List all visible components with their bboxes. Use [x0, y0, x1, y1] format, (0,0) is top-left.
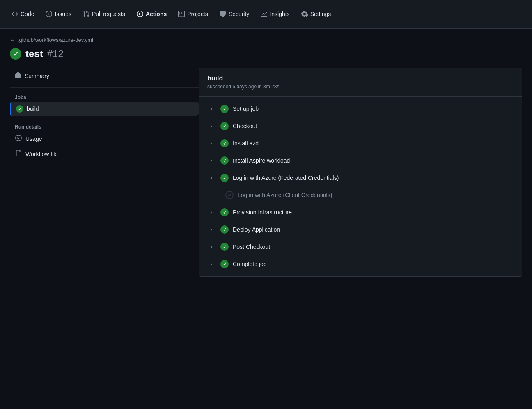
nav-label-settings: Settings: [310, 11, 331, 17]
step-name: Checkout: [233, 123, 257, 129]
insights-icon: [261, 11, 267, 17]
file-icon: [15, 150, 22, 158]
nav-item-settings[interactable]: Settings: [296, 0, 336, 28]
step-circle-icon: [225, 191, 234, 199]
chevron-icon: ›: [211, 227, 216, 232]
build-header: build succeeded 5 days ago in 3m 28s: [199, 68, 522, 97]
step-success-icon: [220, 122, 229, 130]
workflow-file-label: Workflow file: [25, 151, 58, 157]
back-arrow-icon: ←: [10, 37, 15, 43]
step-item-install-azd[interactable]: › Install azd: [202, 135, 518, 152]
step-name: Set up job: [233, 106, 259, 112]
nav-label-projects: Projects: [187, 11, 208, 17]
run-detail-usage[interactable]: Usage: [10, 131, 199, 146]
sidebar: Summary Jobs build Run details Usage: [10, 68, 199, 277]
step-item-complete-job[interactable]: › Complete job: [202, 256, 518, 272]
nav-item-security[interactable]: Security: [215, 0, 255, 28]
run-number: #12: [47, 48, 64, 60]
main-layout: Summary Jobs build Run details Usage: [10, 68, 522, 277]
home-icon: [15, 72, 21, 80]
nav-label-insights: Insights: [270, 11, 289, 17]
chevron-icon: ›: [211, 106, 216, 112]
run-details-label: Run details: [10, 117, 199, 131]
run-success-icon: [10, 48, 21, 60]
chevron-icon: ›: [211, 123, 216, 129]
nav-item-issues[interactable]: Issues: [41, 0, 76, 28]
step-item-set-up-job[interactable]: › Set up job: [202, 101, 518, 117]
step-success-icon: [220, 174, 229, 182]
step-item-post-checkout[interactable]: › Post Checkout: [202, 239, 518, 255]
settings-icon: [301, 11, 308, 17]
nav-item-code[interactable]: Code: [7, 0, 39, 28]
nav-item-actions[interactable]: Actions: [132, 0, 172, 28]
chevron-icon: ›: [211, 209, 216, 215]
job-label-build: build: [27, 106, 39, 112]
chevron-icon: ›: [211, 158, 216, 163]
nav-item-insights[interactable]: Insights: [256, 0, 294, 28]
clock-icon: [15, 135, 22, 142]
build-panel: build succeeded 5 days ago in 3m 28s › S…: [199, 68, 522, 277]
step-success-icon: [220, 225, 229, 234]
page-title: test: [25, 48, 43, 60]
step-item-login-federated[interactable]: › Log in with Azure (Federated Credentia…: [202, 170, 518, 186]
pr-icon: [83, 11, 89, 17]
step-name: Install Aspire workload: [233, 157, 290, 164]
step-success-icon: [220, 105, 229, 113]
step-item-deploy[interactable]: › Deploy Application: [202, 221, 518, 238]
job-item-build[interactable]: build: [10, 102, 199, 116]
step-success-icon: [220, 156, 229, 165]
build-subtitle: succeeded 5 days ago in 3m 28s: [207, 84, 514, 90]
step-list: › Set up job › Checkout › Install azd: [199, 97, 522, 276]
nav-item-projects[interactable]: Projects: [173, 0, 213, 28]
step-item-install-aspire[interactable]: › Install Aspire workload: [202, 152, 518, 169]
nav-label-actions: Actions: [146, 11, 167, 17]
chevron-icon: ›: [211, 261, 216, 267]
summary-label: Summary: [25, 73, 49, 79]
sidebar-divider-1: [10, 87, 199, 88]
nav-label-code: Code: [21, 11, 34, 17]
nav-label-pr: Pull requests: [92, 11, 125, 17]
issues-icon: [46, 11, 52, 17]
step-name: Complete job: [233, 261, 267, 267]
jobs-section-label: Jobs: [10, 91, 199, 102]
step-success-icon: [220, 260, 229, 268]
usage-label: Usage: [25, 136, 42, 142]
step-success-icon: [220, 208, 229, 216]
chevron-icon: ›: [211, 175, 216, 181]
step-item-provision[interactable]: › Provision Infrastructure: [202, 204, 518, 221]
breadcrumb-text: .github/workflows/azure-dev.yml: [18, 37, 93, 43]
security-icon: [220, 11, 226, 17]
build-title: build: [207, 75, 514, 82]
chevron-icon: ›: [211, 140, 216, 146]
sidebar-summary[interactable]: Summary: [10, 68, 199, 84]
step-name: Log in with Azure (Client Credentials): [238, 192, 332, 198]
nav-label-issues: Issues: [55, 11, 71, 17]
content-area: ← .github/workflows/azure-dev.yml test #…: [0, 29, 532, 285]
step-name: Provision Infrastructure: [233, 209, 292, 216]
step-success-icon: [220, 139, 229, 147]
step-item-checkout[interactable]: › Checkout: [202, 118, 518, 134]
step-name: Log in with Azure (Federated Credentials…: [233, 175, 339, 181]
step-name: Deploy Application: [233, 226, 280, 233]
run-detail-workflow-file[interactable]: Workflow file: [10, 147, 199, 161]
breadcrumb[interactable]: ← .github/workflows/azure-dev.yml: [10, 37, 522, 43]
step-name: Post Checkout: [233, 244, 270, 250]
job-success-icon: [16, 105, 23, 113]
nav-item-pull-requests[interactable]: Pull requests: [78, 0, 130, 28]
page-header: test #12: [10, 48, 522, 60]
top-nav: Code Issues Pull requests Actions: [0, 0, 532, 29]
step-item-login-client[interactable]: Log in with Azure (Client Credentials): [202, 187, 518, 203]
step-success-icon: [220, 243, 229, 251]
nav-label-security: Security: [229, 11, 250, 17]
code-icon: [11, 11, 18, 17]
step-name: Install azd: [233, 140, 259, 147]
projects-icon: [178, 11, 185, 17]
chevron-icon: ›: [211, 244, 216, 250]
actions-icon: [137, 11, 143, 17]
